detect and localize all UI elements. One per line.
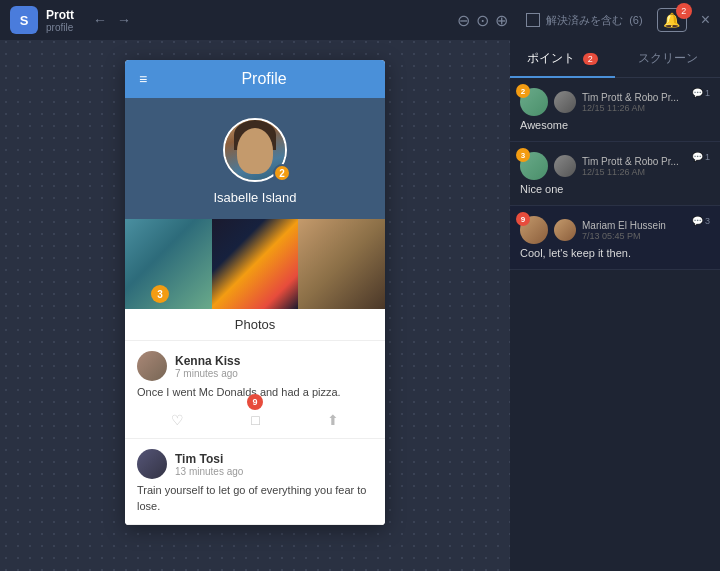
avatar-container: 2 (223, 118, 287, 182)
close-button[interactable]: × (701, 11, 710, 29)
forward-button[interactable]: → (114, 10, 134, 30)
comment-time-2: 12/15 11:26 AM (582, 167, 679, 177)
comment-text-1: Awesome (520, 119, 710, 131)
post-item-1: Kenna Kiss 7 minutes ago Once I went Mc … (125, 341, 385, 439)
resolved-label: 解決済みを含む (6) (526, 13, 642, 28)
tab-points-badge: 2 (583, 53, 598, 65)
post-author-1: Kenna Kiss (175, 354, 240, 368)
photos-badge: 3 (151, 285, 169, 303)
photo-2[interactable] (212, 219, 299, 309)
comment-time-3: 7/13 05:45 PM (582, 231, 666, 241)
phone-mockup: ≡ Profile 2 Isabelle Island (125, 60, 385, 525)
tab-screens[interactable]: スクリーン (615, 40, 720, 77)
nav-arrows: ← → (90, 10, 134, 30)
photo-3[interactable] (298, 219, 385, 309)
post-actions-1: ♡ □ 9 ⬆ (137, 408, 373, 428)
post-meta-1: Kenna Kiss 7 minutes ago (175, 354, 240, 379)
comment-meta-1: Tim Prott & Robo Pr... 12/15 11:26 AM (582, 92, 679, 113)
photos-grid: 3 (125, 219, 385, 309)
phone-title: Profile (157, 70, 371, 88)
hamburger-icon[interactable]: ≡ (139, 71, 147, 87)
comment-text-3: Cool, let's keep it then. (520, 247, 710, 259)
comment-meta-3: Mariam El Hussein 7/13 05:45 PM (582, 220, 666, 241)
app-name: Prott (46, 8, 74, 22)
comment-user-avatar-1 (554, 91, 576, 113)
tab-points-label: ポイント (527, 51, 575, 65)
resolved-count: (6) (629, 14, 642, 26)
photos-section: 3 Photos (125, 219, 385, 341)
comment-item-2: 3 Tim Prott & Robo Pr... 12/15 11:26 AM … (510, 142, 720, 206)
bubble-count-3: 3 (705, 216, 710, 226)
comment-time-1: 12/15 11:26 AM (582, 103, 679, 113)
notification-badge: 2 (676, 3, 692, 19)
post-time-2: 13 minutes ago (175, 466, 243, 477)
profile-name: Isabelle Island (213, 190, 296, 205)
post-header-2: Tim Tosi 13 minutes ago (137, 449, 373, 479)
comment-num-1: 2 (516, 84, 530, 98)
tab-screens-label: スクリーン (638, 51, 698, 65)
post-avatar-1 (137, 351, 167, 381)
photos-label: Photos (125, 309, 385, 341)
comment-avatar-3: 9 (520, 216, 548, 244)
preview-area: ≡ Profile 2 Isabelle Island (0, 40, 510, 571)
comment-text-2: Nice one (520, 183, 710, 195)
comment-bubble-3: 💬 3 (692, 216, 710, 226)
comment-user-avatar-3 (554, 219, 576, 241)
zoom-reset-button[interactable]: ⊙ (476, 11, 489, 30)
app-subtitle: profile (46, 22, 74, 33)
comment-avatar-2: 3 (520, 152, 548, 180)
zoom-controls: ⊖ ⊙ ⊕ (457, 11, 508, 30)
like-icon[interactable]: ♡ (171, 412, 184, 428)
tab-points[interactable]: ポイント 2 (510, 40, 615, 77)
avatar-face (237, 128, 273, 174)
phone-header: ≡ Profile (125, 60, 385, 98)
comment-header-3: 9 Mariam El Hussein 7/13 05:45 PM (520, 216, 666, 244)
app-icon: S (10, 6, 38, 34)
post-header-1: Kenna Kiss 7 minutes ago (137, 351, 373, 381)
comment-icon[interactable]: □ (251, 412, 259, 428)
comment-header-1: 2 Tim Prott & Robo Pr... 12/15 11:26 AM (520, 88, 679, 116)
comment-bubble-2: 💬 1 (692, 152, 710, 162)
zoom-out-button[interactable]: ⊖ (457, 11, 470, 30)
comment-num-3: 9 (516, 212, 530, 226)
resolved-text: 解決済みを含む (546, 13, 623, 28)
right-tabs: ポイント 2 スクリーン (510, 40, 720, 78)
bubble-icon-2: 💬 (692, 152, 703, 162)
comment-num-2: 3 (516, 148, 530, 162)
comment-top-row-3: 9 Mariam El Hussein 7/13 05:45 PM 💬 3 (520, 216, 710, 247)
comment-top-row-2: 3 Tim Prott & Robo Pr... 12/15 11:26 AM … (520, 152, 710, 183)
resolved-checkbox[interactable] (526, 13, 540, 27)
notification-button[interactable]: 🔔 2 (657, 8, 687, 32)
post-text-2: Train yourself to let go of everything y… (137, 483, 373, 514)
post-item-2: Tim Tosi 13 minutes ago Train yourself t… (125, 439, 385, 525)
comment-top-row-1: 2 Tim Prott & Robo Pr... 12/15 11:26 AM … (520, 88, 710, 119)
profile-section: 2 Isabelle Island (125, 98, 385, 219)
comment-author-1: Tim Prott & Robo Pr... (582, 92, 679, 103)
post-meta-2: Tim Tosi 13 minutes ago (175, 452, 243, 477)
zoom-in-button[interactable]: ⊕ (495, 11, 508, 30)
bubble-count-1: 1 (705, 88, 710, 98)
comment-avatar-1: 2 (520, 88, 548, 116)
post-comment-badge: 9 (247, 394, 263, 410)
bubble-icon-1: 💬 (692, 88, 703, 98)
app-icon-letter: S (20, 13, 29, 28)
main-area: ≡ Profile 2 Isabelle Island (0, 40, 720, 571)
right-panel: ポイント 2 スクリーン 2 Tim Prott & Robo Pr... 12… (510, 40, 720, 571)
app-info: Prott profile (46, 8, 74, 33)
bubble-count-2: 1 (705, 152, 710, 162)
post-time-1: 7 minutes ago (175, 368, 240, 379)
back-button[interactable]: ← (90, 10, 110, 30)
post-author-2: Tim Tosi (175, 452, 243, 466)
comment-bubble-1: 💬 1 (692, 88, 710, 98)
comment-item-3: 9 Mariam El Hussein 7/13 05:45 PM 💬 3 Co… (510, 206, 720, 270)
post-avatar-2 (137, 449, 167, 479)
top-bar: S Prott profile ← → ⊖ ⊙ ⊕ 解決済みを含む (6) 🔔 … (0, 0, 720, 40)
profile-badge: 2 (273, 164, 291, 182)
comment-item-1: 2 Tim Prott & Robo Pr... 12/15 11:26 AM … (510, 78, 720, 142)
comment-author-2: Tim Prott & Robo Pr... (582, 156, 679, 167)
bubble-icon-3: 💬 (692, 216, 703, 226)
comment-user-avatar-2 (554, 155, 576, 177)
comment-author-3: Mariam El Hussein (582, 220, 666, 231)
comment-meta-2: Tim Prott & Robo Pr... 12/15 11:26 AM (582, 156, 679, 177)
share-icon[interactable]: ⬆ (327, 412, 339, 428)
